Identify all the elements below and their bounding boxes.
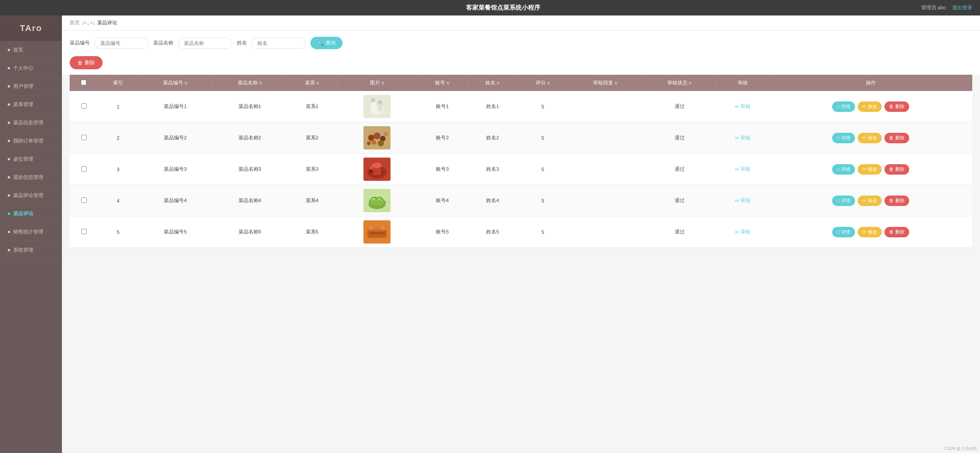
detail-button[interactable]: □ 详情 bbox=[832, 227, 855, 237]
cell-category: 菜系3 bbox=[287, 154, 337, 185]
status-badge: 通过 bbox=[675, 103, 685, 109]
cell-category: 菜系1 bbox=[287, 91, 337, 122]
svg-rect-27 bbox=[369, 232, 385, 234]
row-checkbox[interactable] bbox=[81, 166, 87, 172]
edit-small-icon: ✏ bbox=[735, 198, 739, 204]
batch-delete-button[interactable]: 🗑 删除 bbox=[70, 56, 103, 69]
top-bar-right: 管理员 abo 退出登录 bbox=[921, 4, 972, 11]
col-operations: 操作 bbox=[769, 75, 972, 91]
cell-category: 菜系5 bbox=[287, 216, 337, 248]
sidebar-item-sys-mgmt[interactable]: 系统管理 bbox=[0, 241, 62, 259]
col-category[interactable]: 菜系⇅ bbox=[287, 75, 337, 91]
svg-point-10 bbox=[372, 140, 376, 145]
delete-button[interactable]: 🗑 删除 bbox=[884, 133, 909, 143]
breadcrumb-home[interactable]: 首页 bbox=[70, 19, 80, 26]
edit-button[interactable]: ✏ 修改 bbox=[858, 101, 881, 112]
delete-button[interactable]: 🗑 删除 bbox=[884, 227, 909, 237]
review-link[interactable]: ✏ 审核 bbox=[720, 103, 766, 110]
dish-name-input[interactable] bbox=[178, 38, 232, 49]
table-row: 5 菜品编号5 菜品名称5 菜系5 账号5 姓名5 5 通过 ✏ 审核 bbox=[70, 216, 972, 248]
status-badge: 通过 bbox=[675, 135, 685, 141]
sidebar-item-table-mgmt[interactable]: 桌位管理 bbox=[0, 150, 62, 168]
delete-button[interactable]: 🗑 删除 bbox=[884, 164, 909, 175]
cell-review-status: 通过 bbox=[642, 216, 717, 248]
sidebar-item-refund-info[interactable]: 退款信息管理 bbox=[0, 168, 62, 187]
watermark: CSDN @ 六月的雨 bbox=[944, 446, 977, 451]
sidebar-item-user-mgmt[interactable]: 用户管理 bbox=[0, 77, 62, 96]
cell-review-reply bbox=[568, 154, 642, 185]
delete-label: 删除 bbox=[85, 59, 95, 66]
col-account[interactable]: 账号⇅ bbox=[417, 75, 468, 91]
main-content: 首页 (•̀ᴗ•́) 菜品评论 菜品编号 菜品名称 姓名 🔍 查询 🗑 bbox=[62, 15, 980, 453]
cell-review-status: 通过 bbox=[642, 91, 717, 122]
surname-input[interactable] bbox=[252, 38, 306, 49]
sidebar-item-review-mgmt[interactable]: 菜品评论管理 bbox=[0, 187, 62, 205]
col-dish-code[interactable]: 菜品编号⇅ bbox=[138, 75, 212, 91]
sidebar-item-sales-stats[interactable]: 销售统计管理 bbox=[0, 223, 62, 241]
edit-button[interactable]: ✏ 修改 bbox=[858, 196, 881, 206]
cell-operations: □ 详情 ✏ 修改 🗑 删除 bbox=[769, 122, 972, 154]
col-score[interactable]: 评分⇅ bbox=[517, 75, 568, 91]
review-link[interactable]: ✏ 审核 bbox=[720, 134, 766, 141]
dot-icon bbox=[8, 103, 10, 106]
sort-icon: ⇅ bbox=[614, 81, 617, 85]
edit-button[interactable]: ✏ 修改 bbox=[858, 164, 881, 175]
cell-review-reply bbox=[568, 216, 642, 248]
edit-button[interactable]: ✏ 修改 bbox=[858, 133, 881, 143]
col-review-reply[interactable]: 审核回复⇅ bbox=[568, 75, 642, 91]
select-all-checkbox[interactable] bbox=[81, 80, 86, 85]
detail-button[interactable]: □ 详情 bbox=[832, 133, 855, 143]
edit-small-icon: ✏ bbox=[735, 166, 739, 172]
dot-icon bbox=[8, 176, 10, 178]
sidebar-logo: TAro bbox=[0, 15, 62, 41]
svg-point-11 bbox=[378, 140, 384, 146]
table-row: 1 菜品编号1 菜品名称1 菜系1 账号1 姓名1 5 通过 ✏ 审核 bbox=[70, 91, 972, 122]
detail-button[interactable]: □ 详情 bbox=[832, 164, 855, 175]
sidebar-item-home[interactable]: 首页 bbox=[0, 41, 62, 59]
row-checkbox[interactable] bbox=[81, 135, 87, 140]
svg-point-8 bbox=[373, 132, 380, 139]
sidebar-item-label: 退款信息管理 bbox=[13, 174, 43, 181]
svg-point-23 bbox=[370, 199, 384, 206]
sidebar-item-menu-mgmt[interactable]: 菜系管理 bbox=[0, 96, 62, 114]
cell-image bbox=[337, 122, 417, 154]
delete-button[interactable]: 🗑 删除 bbox=[884, 196, 909, 206]
delete-button[interactable]: 🗑 删除 bbox=[884, 101, 909, 112]
col-dish-name[interactable]: 菜品名称⇅ bbox=[212, 75, 287, 91]
edit-button[interactable]: ✏ 修改 bbox=[858, 227, 881, 237]
food-image bbox=[363, 126, 391, 149]
search-button[interactable]: 🔍 查询 bbox=[310, 37, 343, 49]
row-checkbox[interactable] bbox=[81, 229, 87, 234]
row-checkbox[interactable] bbox=[81, 197, 87, 203]
detail-button[interactable]: □ 详情 bbox=[832, 196, 855, 206]
review-link[interactable]: ✏ 审核 bbox=[720, 228, 766, 235]
row-checkbox[interactable] bbox=[81, 103, 87, 109]
cell-operations: □ 详情 ✏ 修改 🗑 删除 bbox=[769, 216, 972, 248]
cell-category: 菜系4 bbox=[287, 185, 337, 216]
logout-button[interactable]: 退出登录 bbox=[952, 4, 972, 11]
review-link[interactable]: ✏ 审核 bbox=[720, 197, 766, 204]
detail-button[interactable]: □ 详情 bbox=[832, 101, 855, 112]
dish-code-input[interactable] bbox=[94, 38, 149, 49]
table-row: 2 菜品编号2 菜品名称2 菜系2 账号2 姓名2 5 通过 ✏ 审核 bbox=[70, 122, 972, 154]
col-review-status[interactable]: 审核状态⇅ bbox=[642, 75, 717, 91]
cell-operations: □ 详情 ✏ 修改 🗑 删除 bbox=[769, 154, 972, 185]
breadcrumb-sep: (•̀ᴗ•́) bbox=[82, 20, 95, 26]
col-name[interactable]: 姓名⇅ bbox=[468, 75, 518, 91]
sort-icon: ⇅ bbox=[259, 81, 262, 85]
sidebar-item-label: 菜品信息管理 bbox=[13, 119, 43, 126]
sidebar-item-dish-info[interactable]: 菜品信息管理 bbox=[0, 114, 62, 132]
col-image[interactable]: 图片⇅ bbox=[337, 75, 417, 91]
review-link[interactable]: ✏ 审核 bbox=[720, 166, 766, 173]
sidebar-item-order-mgmt[interactable]: 我的订单管理 bbox=[0, 132, 62, 150]
sidebar-item-profile[interactable]: 个人中心 bbox=[0, 59, 62, 77]
cell-dish-code: 菜品编号4 bbox=[138, 185, 212, 216]
svg-point-7 bbox=[368, 135, 374, 141]
cell-name: 姓名1 bbox=[468, 91, 518, 122]
action-area: 🗑 删除 bbox=[62, 52, 980, 75]
dot-icon bbox=[8, 213, 10, 215]
sidebar-item-dish-review[interactable]: 菜品评论 bbox=[0, 205, 62, 223]
cell-review: ✏ 审核 bbox=[717, 122, 769, 154]
cell-name: 姓名4 bbox=[468, 185, 518, 216]
cell-dish-name: 菜品名称5 bbox=[212, 216, 287, 248]
